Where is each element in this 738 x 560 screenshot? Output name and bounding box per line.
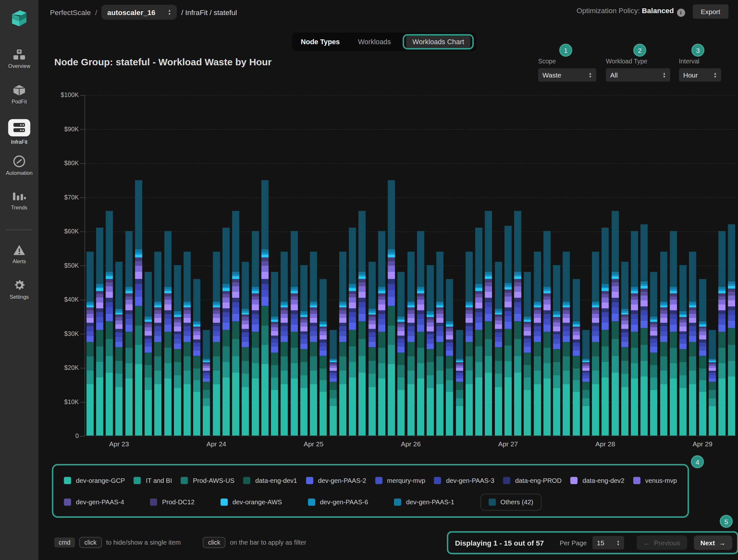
bar-segment-venus-mvp[interactable] (485, 286, 492, 292)
bar-segment-others-42-[interactable] (86, 252, 93, 302)
bar-segment-dev-orange-gcp[interactable] (378, 379, 385, 436)
bar-segment-dev-gen-paas-2[interactable] (271, 347, 278, 352)
bar-segment-data-eng-dev1[interactable] (115, 348, 123, 361)
tab-node-types[interactable]: Node Types (298, 36, 343, 48)
bar-segment-data-eng-dev1[interactable] (641, 328, 648, 345)
bar-segment-merqury-mvp[interactable] (222, 317, 230, 323)
bar-segment-prod-dc12[interactable] (592, 308, 599, 310)
bar-segment-prod-dc12[interactable] (291, 293, 298, 296)
bar-segment-it-and-bi[interactable] (494, 374, 502, 387)
bar-segment-merqury-mvp[interactable] (271, 342, 278, 347)
bar-segment-dev-gen-paas-2[interactable] (252, 325, 259, 332)
stacked-bar[interactable] (709, 330, 716, 436)
bar-segment-others-42-[interactable] (125, 231, 132, 287)
bar-segment-venus-mvp[interactable] (242, 320, 249, 324)
legend-item-merqury-mvp[interactable]: merqury-mvp (375, 477, 425, 484)
bar-segment-dev-gen-paas-3[interactable] (485, 302, 492, 308)
bar-segment-data-eng-dev1[interactable] (174, 349, 181, 363)
bar-segment-merqury-mvp[interactable] (358, 308, 366, 314)
bar-segment-venus-mvp[interactable] (699, 332, 706, 335)
bar-segment-dev-gen-paas-2[interactable] (135, 297, 142, 306)
bar-segment-merqury-mvp[interactable] (699, 346, 706, 351)
bar-segment-dev-orange-gcp[interactable] (631, 379, 638, 436)
bar-segment-it-and-bi[interactable] (504, 361, 512, 377)
bar-segment-prod-dc12[interactable] (388, 258, 395, 261)
bar-segment-dev-gen-paas-2[interactable] (543, 325, 550, 332)
bar-segment-data-eng-dev1[interactable] (407, 342, 414, 356)
bar-segment-it-and-bi[interactable] (86, 370, 93, 384)
bar-segment-merqury-mvp[interactable] (494, 337, 502, 341)
bar-segment-others-42-[interactable] (612, 211, 619, 271)
bar-segment-merqury-mvp[interactable] (582, 375, 590, 378)
bar-segment-prod-dc12[interactable] (320, 327, 327, 329)
bar-segment-dev-gen-paas-1[interactable] (339, 301, 347, 304)
bar-segment-data-eng-prod[interactable] (417, 311, 424, 314)
bar-segment-data-eng-dev1[interactable] (709, 382, 716, 390)
bar-segment-prod-aws-us[interactable] (670, 348, 677, 363)
bar-segment-merqury-mvp[interactable] (281, 331, 288, 336)
bar-segment-venus-mvp[interactable] (514, 286, 521, 292)
bar-segment-prod-dc12[interactable] (261, 258, 269, 261)
bar-segment-data-eng-dev2[interactable] (222, 303, 230, 308)
bar-segment-it-and-bi[interactable] (252, 363, 259, 379)
legend-item-data-eng-dev1[interactable]: data-eng-dev1 (244, 477, 297, 484)
bar-segment-prod-dc12[interactable] (485, 279, 492, 282)
bar-segment-prod-dc12[interactable] (193, 327, 201, 329)
bar-segment-prod-dc12[interactable] (368, 315, 376, 317)
bar-segment-dev-gen-paas-3[interactable] (709, 373, 716, 375)
bar-segment-others-42-[interactable] (650, 272, 658, 317)
bar-segment-it-and-bi[interactable] (339, 370, 347, 384)
stacked-bar[interactable] (281, 251, 288, 436)
bar-segment-venus-mvp[interactable] (174, 323, 181, 327)
bar-segment-dev-orange-aws[interactable] (183, 305, 191, 308)
bar-segment-it-and-bi[interactable] (660, 370, 668, 384)
bar-segment-dev-gen-paas-3[interactable] (320, 343, 327, 347)
bar-segment-dev-gen-paas-2[interactable] (368, 341, 376, 347)
bar-segment-dev-gen-paas-4[interactable] (300, 319, 308, 323)
bar-segment-dev-orange-aws[interactable] (504, 287, 512, 290)
bar-segment-dev-gen-paas-4[interactable] (465, 310, 473, 313)
bar-segment-dev-orange-gcp[interactable] (427, 388, 434, 436)
bar-segment-data-eng-dev2[interactable] (368, 324, 376, 329)
bar-segment-data-eng-dev2[interactable] (213, 318, 220, 323)
bar-segment-dev-gen-paas-3[interactable] (193, 343, 201, 347)
bar-segment-dev-gen-paas-3[interactable] (718, 314, 726, 319)
bar-segment-dev-gen-paas-4[interactable] (621, 317, 629, 320)
bar-segment-merqury-mvp[interactable] (718, 319, 726, 325)
bar-segment-dev-gen-paas-4[interactable] (222, 294, 230, 298)
bar-segment-merqury-mvp[interactable] (378, 319, 385, 325)
bar-segment-prod-aws-us[interactable] (320, 368, 327, 380)
bar-segment-dev-gen-paas-6[interactable] (261, 252, 269, 254)
bar-segment-dev-gen-paas-3[interactable] (183, 326, 191, 331)
bar-segment-dev-orange-gcp[interactable] (718, 379, 726, 436)
bar-segment-others-42-[interactable] (261, 180, 269, 249)
bar-segment-dev-gen-paas-3[interactable] (174, 334, 181, 339)
bar-segment-prod-dc12[interactable] (631, 293, 638, 296)
bar-segment-data-eng-prod[interactable] (543, 311, 550, 314)
stacked-bar[interactable] (689, 251, 697, 436)
bar-segment-it-and-bi[interactable] (456, 398, 463, 406)
bar-segment-it-and-bi[interactable] (183, 370, 191, 384)
bar-segment-others-42-[interactable] (397, 272, 405, 317)
bar-segment-dev-gen-paas-4[interactable] (728, 292, 735, 295)
bar-segment-dev-gen-paas-3[interactable] (397, 339, 405, 342)
bar-segment-dev-orange-gcp[interactable] (621, 387, 629, 436)
bar-segment-merqury-mvp[interactable] (193, 346, 201, 351)
bar-segment-prod-dc12[interactable] (446, 327, 453, 329)
bar-segment-data-eng-dev2[interactable] (358, 292, 366, 298)
bar-segment-data-eng-dev2[interactable] (232, 292, 240, 298)
bar-segment-venus-mvp[interactable] (125, 300, 132, 305)
bar-segment-prod-dc12[interactable] (154, 308, 162, 310)
bar-segment-venus-mvp[interactable] (465, 314, 473, 318)
bar-segment-dev-gen-paas-4[interactable] (563, 310, 570, 313)
bar-segment-others-42-[interactable] (203, 330, 211, 359)
bar-segment-dev-gen-paas-2[interactable] (193, 351, 201, 356)
bar-segment-data-eng-dev2[interactable] (397, 331, 405, 335)
bar-segment-it-and-bi[interactable] (602, 362, 609, 378)
bar-segment-prod-aws-us[interactable] (417, 348, 424, 363)
bar-segment-it-and-bi[interactable] (145, 378, 152, 390)
bar-segment-prod-dc12[interactable] (96, 291, 103, 294)
stacked-bar[interactable] (115, 261, 123, 436)
bar-segment-prod-aws-us[interactable] (115, 361, 123, 374)
bar-segment-dev-gen-paas-4[interactable] (485, 282, 492, 286)
